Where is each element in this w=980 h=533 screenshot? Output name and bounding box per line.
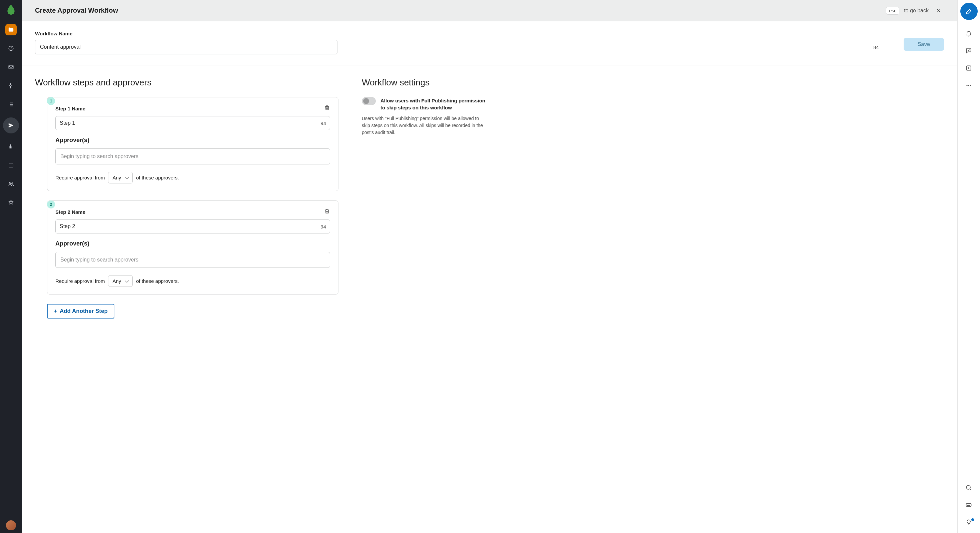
approvers-label: Approver(s) [55,137,330,144]
require-suffix: of these approvers. [136,175,179,180]
compose-button[interactable] [960,3,978,20]
step-name-label: Step 2 Name [55,209,85,215]
workflow-name-input[interactable] [35,40,337,54]
bulb-icon[interactable] [965,519,973,526]
svg-point-9 [966,485,970,489]
svg-rect-10 [966,504,971,506]
nav-send[interactable] [3,118,19,134]
require-suffix: of these approvers. [136,278,179,284]
allow-skip-toggle[interactable] [362,97,376,105]
nav-pin[interactable] [5,80,17,91]
nav-list[interactable] [5,99,17,110]
require-prefix: Require approval from [55,175,105,180]
nav-bar-chart[interactable] [5,141,17,152]
nav-gauge[interactable] [5,43,17,54]
step-card: Step 2 Name 94 Approver(s) [47,200,339,294]
esc-badge: esc [886,7,899,15]
add-step-button[interactable]: + Add Another Step [47,304,115,318]
step-card: Step 1 Name 94 Approver(s) [47,97,339,191]
approvers-search-input[interactable] [55,252,330,268]
nav-users[interactable] [5,178,17,189]
step-name-remaining: 94 [320,120,326,126]
step-number-badge: 1 [47,97,55,105]
allow-skip-description: Users with "Full Publishing" permission … [362,115,488,136]
search-icon[interactable] [965,484,973,492]
steps-section-title: Workflow steps and approvers [35,77,339,88]
add-square-icon[interactable] [965,65,973,72]
close-button[interactable] [933,5,944,16]
require-count-select[interactable]: Any [108,172,133,183]
allow-skip-title: Allow users with Full Publishing permiss… [380,97,488,111]
approvers-label: Approver(s) [55,240,330,247]
sprout-logo[interactable] [5,4,17,17]
svg-point-8 [970,85,970,86]
svg-rect-1 [9,65,13,69]
nav-folder[interactable] [5,24,17,35]
page-title: Create Approval Workflow [35,7,118,14]
step-number-badge: 2 [47,200,55,208]
nav-reports[interactable] [5,159,17,171]
delete-step-icon[interactable] [324,208,330,215]
page-header: Create Approval Workflow esc to go back [22,0,957,21]
delete-step-icon[interactable] [324,105,330,112]
more-icon[interactable] [965,82,973,89]
step-name-remaining: 94 [320,224,326,229]
svg-point-7 [968,85,969,86]
plus-icon: + [54,308,57,315]
step-name-input[interactable] [55,220,330,234]
main-content: Create Approval Workflow esc to go back … [22,0,957,533]
require-count-select[interactable]: Any [108,275,133,287]
nav-star[interactable] [5,197,17,208]
svg-point-3 [10,182,11,184]
settings-section-title: Workflow settings [362,77,488,88]
nav-inbox[interactable] [5,61,17,73]
require-prefix: Require approval from [55,278,105,284]
step-name-label: Step 1 Name [55,106,85,111]
go-back-text: to go back [904,8,929,14]
user-avatar[interactable] [6,520,16,530]
bell-icon[interactable] [965,30,973,37]
approvers-search-input[interactable] [55,148,330,164]
svg-point-6 [966,85,967,86]
right-rail [957,0,980,533]
save-button[interactable]: Save [904,38,944,51]
svg-point-4 [11,183,13,184]
left-nav [0,0,22,533]
workflow-name-label: Workflow Name [35,31,884,37]
workflow-name-remaining: 84 [873,45,879,50]
keyboard-icon[interactable] [965,502,973,509]
chat-icon[interactable] [965,47,973,55]
step-name-input[interactable] [55,116,330,130]
